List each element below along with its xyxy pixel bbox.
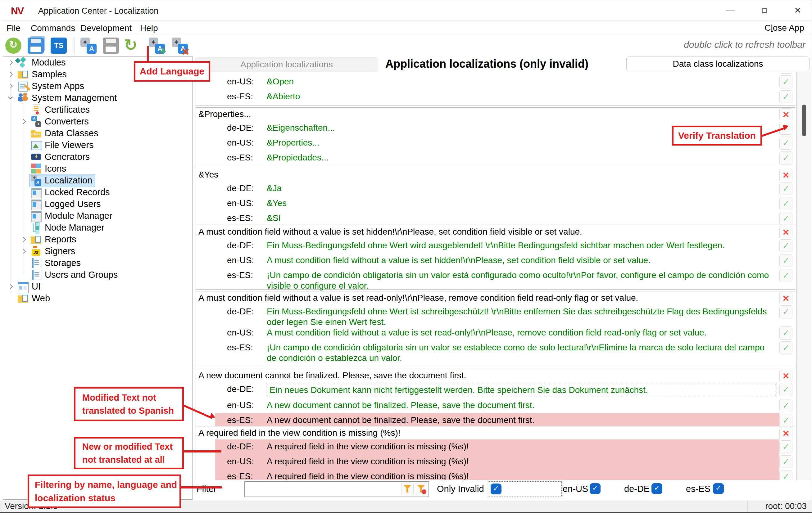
invalid-x-button[interactable]: [779, 292, 792, 304]
loc-row-en[interactable]: en-US:&Yes: [196, 196, 795, 211]
tree-item-system-management[interactable]: System Management: [3, 92, 192, 104]
menu-help[interactable]: Help: [138, 23, 160, 34]
tree-item-ui[interactable]: UI: [3, 281, 192, 293]
scrollbar-thumb[interactable]: [802, 104, 806, 136]
verify-check-button[interactable]: [779, 305, 792, 319]
chevron-right-icon[interactable]: [6, 69, 16, 80]
lang-en-us-checkbox[interactable]: [590, 483, 601, 494]
verify-check-button[interactable]: [779, 137, 792, 150]
tree-item-module-manager[interactable]: Module Manager: [3, 210, 192, 222]
remove-language-icon[interactable]: ✦A✕: [172, 37, 188, 54]
invalid-x-button[interactable]: [779, 108, 792, 121]
loc-row-de[interactable]: de-DE:Ein Muss-Bedingungsfeld ohne Wert …: [196, 304, 795, 326]
tree-item-storages[interactable]: Storages: [3, 257, 192, 269]
reload-icon[interactable]: [124, 37, 140, 54]
tree-item-locked-records[interactable]: Locked Records: [3, 186, 192, 198]
loc-row-es[interactable]: es-ES:&Propiedades...: [196, 151, 795, 165]
filter-input[interactable]: [245, 482, 394, 495]
tree-item-localization[interactable]: ✦ALocalization: [3, 175, 192, 186]
chevron-right-icon[interactable]: [19, 234, 29, 245]
chevron-right-icon[interactable]: [19, 246, 29, 256]
loc-row-en[interactable]: en-US:&Open: [196, 74, 795, 89]
loc-row-de-invalid[interactable]: de-DE:A required field in the view condi…: [196, 440, 795, 454]
translation-edit-field[interactable]: Ein neues Dokument kann nicht fertiggest…: [267, 384, 776, 396]
chevron-right-icon[interactable]: [6, 57, 16, 68]
refresh-app-icon[interactable]: [5, 37, 22, 54]
translate-icon[interactable]: ✦A: [80, 37, 96, 54]
minimize-button[interactable]: —: [719, 0, 742, 20]
loc-row-es[interactable]: es-ES:&Sí: [196, 211, 795, 226]
menu-commands[interactable]: Commands: [29, 23, 77, 34]
clear-filter-icon[interactable]: -: [415, 483, 427, 495]
verify-check-button[interactable]: [779, 269, 792, 282]
close-app-button[interactable]: Close App: [763, 23, 806, 33]
loc-row-es-invalid[interactable]: es-ES:A required field in the view condi…: [196, 469, 795, 480]
verify-check-button[interactable]: [779, 197, 792, 210]
verify-check-button[interactable]: [779, 212, 792, 225]
verify-check-button[interactable]: [779, 341, 792, 354]
loc-row-de[interactable]: de-DE:: [196, 72, 795, 74]
loc-row-en[interactable]: en-US:A must condition field without a v…: [196, 326, 795, 340]
verify-check-button[interactable]: [779, 327, 792, 339]
menu-development[interactable]: Development: [79, 23, 134, 34]
tree-item-icons[interactable]: Icons: [3, 163, 192, 175]
invalid-x-button[interactable]: [779, 169, 792, 181]
only-invalid-checkbox[interactable]: [491, 484, 501, 494]
loc-row-en[interactable]: en-US:A new document cannot be finalized…: [196, 398, 795, 413]
tree-item-web[interactable]: Web: [3, 293, 192, 304]
loc-row-de[interactable]: de-DE:Ein neues Dokument kann nicht fert…: [196, 382, 795, 398]
loc-row-en[interactable]: en-US:A must condition field without a v…: [196, 253, 795, 268]
chevron-right-icon[interactable]: [6, 281, 16, 292]
loc-row-es-invalid[interactable]: es-ES:A new document cannot be finalized…: [196, 413, 795, 428]
tree-item-generators[interactable]: Generators: [3, 151, 192, 163]
verify-check-button[interactable]: [779, 72, 792, 73]
verify-check-button[interactable]: [779, 76, 792, 88]
verify-check-button[interactable]: [779, 239, 792, 252]
typescript-icon[interactable]: [51, 37, 67, 54]
verify-check-button[interactable]: [779, 182, 792, 195]
lang-es-es-checkbox[interactable]: [713, 483, 724, 494]
menu-file[interactable]: File: [5, 23, 22, 34]
maximize-button[interactable]: □: [753, 0, 776, 20]
apply-filter-icon[interactable]: [401, 483, 414, 495]
tree-item-users-and-groups[interactable]: Users and Groups: [3, 269, 192, 281]
loc-row-es[interactable]: es-ES:¡Un campo de condición obligatoria…: [196, 340, 795, 362]
verify-check-button[interactable]: [779, 470, 792, 480]
tree-item-certificates[interactable]: Certificates: [3, 104, 192, 116]
add-language-icon[interactable]: ✦A+: [149, 37, 165, 54]
tab-application-localizations[interactable]: Application localizations: [195, 57, 378, 72]
tree-item-data-classes[interactable]: Data Classes: [3, 127, 192, 139]
verify-check-button[interactable]: [779, 254, 792, 267]
invalid-x-button[interactable]: [779, 226, 792, 238]
tree-item-file-viewers[interactable]: File Viewers: [3, 139, 192, 151]
vertical-scrollbar[interactable]: [797, 72, 811, 480]
chevron-right-icon[interactable]: [19, 116, 29, 127]
verify-check-button[interactable]: [779, 441, 792, 453]
tab-data-class-localizations[interactable]: Data class localizations: [626, 57, 810, 71]
tree-item-converters[interactable]: Converters: [3, 116, 192, 127]
tree-item-node-manager[interactable]: Node Manager: [3, 222, 192, 234]
save-all-icon[interactable]: [28, 37, 44, 54]
lang-de-de-checkbox[interactable]: [651, 483, 662, 494]
tree-item-signers[interactable]: Signers: [3, 245, 192, 257]
tree-item-logged-users[interactable]: Logged Users: [3, 198, 192, 210]
verify-check-button[interactable]: [779, 399, 792, 412]
tree-item-reports[interactable]: Reports: [3, 234, 192, 245]
verify-check-button[interactable]: [779, 414, 792, 427]
tree-item-system-apps[interactable]: System Apps: [3, 80, 192, 92]
close-button[interactable]: ✕: [786, 0, 809, 20]
loc-row-es[interactable]: es-ES:&Abierto: [196, 89, 795, 104]
save-icon[interactable]: [103, 37, 119, 54]
verify-check-button[interactable]: [779, 151, 792, 164]
loc-row-es[interactable]: es-ES:¡Un campo de condición obligatoria…: [196, 268, 795, 289]
chevron-right-icon[interactable]: [6, 81, 16, 92]
loc-row-de[interactable]: de-DE:&Ja: [196, 181, 795, 196]
verify-check-button[interactable]: [779, 90, 792, 103]
verify-check-button[interactable]: [779, 455, 792, 468]
loc-row-de[interactable]: de-DE:Ein Muss-Bedingungsfeld ohne Wert …: [196, 238, 795, 253]
loc-row-en-invalid[interactable]: en-US:A required field in the view condi…: [196, 454, 795, 469]
verify-check-button[interactable]: [779, 383, 792, 396]
invalid-x-button[interactable]: [779, 427, 792, 440]
invalid-x-button[interactable]: [779, 370, 792, 382]
chevron-down-icon[interactable]: [6, 93, 16, 103]
